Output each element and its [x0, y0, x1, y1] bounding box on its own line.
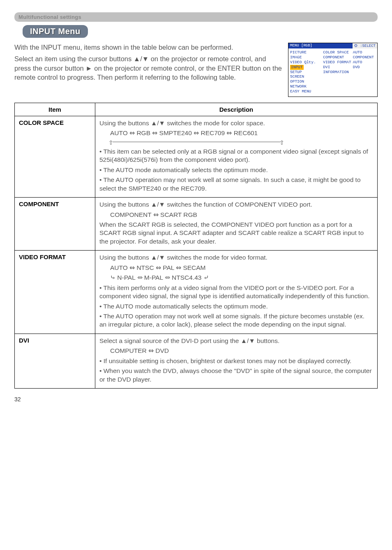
item-label: COLOR SPACE [15, 116, 95, 197]
desc-options: AUTO ⇔ RGB ⇔ SMPTE240 ⇔ REC709 ⇔ REC601 [99, 129, 373, 137]
table-row: COMPONENT Using the buttons ▲/▼ switches… [15, 198, 378, 251]
osd-r [353, 70, 376, 75]
osd-left-item: SETUP [290, 70, 323, 75]
osd-body: PICTURE IMAGE VIDEO Qlty. INPUT SETUP SC… [288, 48, 377, 97]
osd-left-item: IMAGE [290, 55, 323, 60]
desc-line: Using the buttons ▲/▼ switches the funct… [99, 200, 373, 209]
osd-r: DVI [323, 65, 353, 70]
desc-options: AUTO ⇔ NTSC ⇔ PAL ⇔ SECAM [99, 264, 373, 272]
intro-p2: Select an item using the cursor buttons … [14, 54, 283, 82]
desc-line: Using the buttons ▲/▼ switches the mode … [99, 253, 373, 262]
osd-r: AUTO [353, 60, 376, 65]
osd-left-item: OPTION [290, 79, 323, 84]
osd-r: VIDEO FORMAT [323, 60, 353, 65]
osd-r: AUTO [353, 50, 376, 55]
desc-options: ⤷ N-PAL ⇔ M-PAL ⇔ NTSC4.43 ⤶ [99, 274, 373, 282]
intro-row: With the INPUT menu, items shown in the … [14, 43, 378, 97]
osd-left-item: PICTURE [290, 50, 323, 55]
osd-right: COLOR SPACEAUTO COMPONENTCOMPONENT VIDEO… [323, 50, 376, 94]
osd-top: MENU [RGB] ⯐ :SELECT [288, 43, 377, 48]
table-row: VIDEO FORMAT Using the buttons ▲/▼ switc… [15, 251, 378, 334]
menu-title: INPUT Menu [23, 25, 88, 38]
desc-line: • The AUTO mode automatically selects th… [99, 302, 373, 311]
arrow-left-icon: ⇧ [108, 139, 113, 146]
wrap-arrow: ⇧⇧ [110, 139, 283, 145]
item-label: COMPONENT [15, 198, 95, 251]
desc-line: • This item performs only at a video sig… [99, 284, 373, 301]
desc-line: • This item can be selected only at a RG… [99, 147, 373, 164]
arrow-right-icon: ⇧ [279, 139, 284, 146]
desc-options: COMPUTER ⇔ DVD [99, 347, 373, 355]
desc-options: COMPONENT ⇔ SCART RGB [99, 211, 373, 219]
item-desc: Using the buttons ▲/▼ switches the mode … [95, 116, 378, 197]
osd-left-item: VIDEO Qlty. [290, 60, 323, 65]
osd-highlight: INPUT [290, 65, 304, 70]
desc-line: Select a signal source of the DVI-D port… [99, 337, 373, 345]
item-desc: Using the buttons ▲/▼ switches the mode … [95, 251, 378, 334]
osd-r: DVD [353, 65, 376, 70]
desc-line: • When you watch the DVD, always choose … [99, 367, 373, 384]
osd-top-right: ⯐ :SELECT [352, 43, 377, 48]
intro-p1: With the INPUT menu, items shown in the … [14, 43, 283, 52]
item-label: VIDEO FORMAT [15, 251, 95, 334]
head-desc: Description [95, 103, 378, 116]
desc-line: • If unsuitable setting is chosen, brigh… [99, 357, 373, 365]
item-desc: Select a signal source of the DVI-D port… [95, 334, 378, 388]
item-desc: Using the buttons ▲/▼ switches the funct… [95, 198, 378, 251]
head-item: Item [15, 103, 95, 116]
osd-r: COMPONENT [323, 55, 353, 60]
section-header: Multifunctional settings [14, 12, 378, 22]
intro-text: With the INPUT menu, items shown in the … [14, 43, 283, 84]
osd-r: COLOR SPACE [323, 50, 353, 55]
osd-left: PICTURE IMAGE VIDEO Qlty. INPUT SETUP SC… [290, 50, 323, 94]
menu-title-wrap: INPUT Menu [23, 25, 378, 38]
item-label: DVI [15, 334, 95, 388]
osd-left-item: INPUT [290, 65, 323, 70]
desc-line: • The AUTO mode automatically selects th… [99, 166, 373, 174]
desc-line: • The AUTO operation may not work well a… [99, 176, 373, 193]
desc-line: When the SCART RGB is selected, the COMP… [99, 221, 373, 246]
osd-r: COMPONENT [353, 55, 376, 60]
osd-r: INFORMATION [323, 70, 353, 75]
settings-table: Item Description COLOR SPACE Using the b… [14, 103, 378, 389]
desc-line: Using the buttons ▲/▼ switches the mode … [99, 119, 373, 127]
table-row: COLOR SPACE Using the buttons ▲/▼ switch… [15, 116, 378, 197]
osd-screenshot: MENU [RGB] ⯐ :SELECT PICTURE IMAGE VIDEO… [288, 43, 378, 97]
desc-line: • The AUTO operation may not work well a… [99, 312, 373, 329]
osd-left-item: NETWORK [290, 84, 323, 89]
osd-left-item: SCREEN [290, 74, 323, 79]
osd-left-item: EASY MENU [290, 89, 323, 94]
osd-top-left: MENU [RGB] [288, 43, 352, 48]
table-row: DVI Select a signal source of the DVI-D … [15, 334, 378, 388]
page-number: 32 [14, 396, 378, 403]
